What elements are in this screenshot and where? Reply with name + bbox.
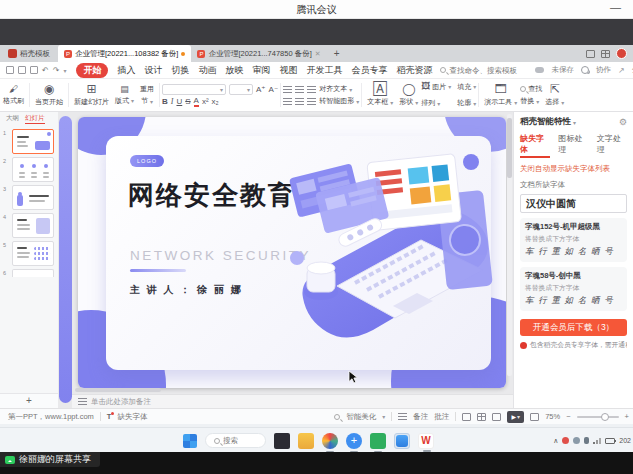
font-name-select[interactable]: ▾	[162, 84, 226, 95]
slide-thumbnail-5[interactable]: 5	[12, 241, 55, 266]
bullets-icon[interactable]	[283, 86, 292, 93]
panel-tab-icons[interactable]: 图标处理	[558, 133, 588, 158]
play-from-page-button[interactable]: ◉ 当页开始	[32, 79, 66, 111]
zoom-slider-knob[interactable]	[601, 413, 609, 421]
current-missing-font[interactable]: 汉仪中圆简	[520, 194, 627, 213]
slide-thumbnail-1[interactable]: 1	[12, 129, 55, 154]
reading-view-icon[interactable]	[492, 413, 501, 421]
beautify-button[interactable]: 智能美化	[346, 412, 376, 422]
font-size-select[interactable]: ▾	[229, 84, 253, 95]
tray-clock[interactable]: 202	[619, 437, 631, 444]
tray-expand-icon[interactable]: ∧	[553, 437, 558, 445]
battery-icon[interactable]	[605, 438, 615, 444]
microphone-icon[interactable]	[584, 437, 589, 444]
zoom-in-button[interactable]: +	[625, 412, 629, 421]
zoom-level[interactable]: 75%	[545, 412, 560, 421]
align-text-button[interactable]: 对齐文本▾	[319, 84, 352, 94]
numbering-icon[interactable]	[295, 86, 304, 93]
print-icon[interactable]	[30, 66, 38, 74]
fit-window-icon[interactable]	[530, 413, 539, 421]
normal-view-icon[interactable]	[462, 413, 471, 421]
grow-font-icon[interactable]: A⁺	[256, 85, 266, 94]
slide-thumbnail-4[interactable]: 4	[12, 213, 55, 238]
export-icon[interactable]	[18, 66, 26, 74]
undo-icon[interactable]: ↶	[42, 66, 49, 75]
subscript-button[interactable]: x₂	[212, 97, 219, 106]
align-right-icon[interactable]	[307, 98, 316, 105]
panel-tab-text[interactable]: 文字处理	[597, 133, 627, 158]
start-button[interactable]	[183, 434, 197, 448]
app-plus-icon[interactable]: +	[346, 433, 362, 449]
tab-docer-home[interactable]: 稻壳模板	[0, 45, 58, 62]
zoom-out-button[interactable]: −	[566, 412, 570, 421]
add-slide-button[interactable]: +	[0, 393, 58, 408]
menu-devtools[interactable]: 开发工具	[306, 64, 342, 77]
font-card[interactable]: 字魂152号-机甲超级黑 将替换成下方字体 车 行 重 如 名 晒 号	[520, 218, 627, 262]
wifi-icon[interactable]	[593, 438, 601, 444]
wps-icon[interactable]: W	[418, 433, 434, 449]
layout-button[interactable]: ▤ 版式▾	[112, 79, 137, 111]
qat-more-icon[interactable]: ▾	[63, 67, 66, 74]
present-tools-button[interactable]: 🗔 演示工具▾	[481, 79, 520, 111]
close-autoshow-link[interactable]: 关闭自动显示缺失字体列表	[520, 164, 627, 174]
shrink-font-icon[interactable]: A⁻	[269, 85, 279, 94]
menu-review[interactable]: 审阅	[252, 64, 270, 77]
note-button[interactable]: 备注	[413, 412, 428, 422]
section-button[interactable]: 节▾	[141, 96, 153, 106]
canvas-vscrollbar-thumb[interactable]	[507, 118, 512, 178]
align-left-icon[interactable]	[283, 98, 292, 105]
tray-app-icon[interactable]	[562, 437, 569, 444]
collaborate-button[interactable]: 协作	[596, 65, 611, 75]
missing-font-status[interactable]: 缺失字体	[117, 412, 147, 422]
task-view-icon[interactable]	[274, 433, 290, 449]
user-avatar[interactable]	[616, 48, 627, 59]
slide-title[interactable]: 网络安全教育	[128, 178, 296, 213]
menu-slideshow[interactable]: 放映	[225, 64, 243, 77]
slideshow-play-button[interactable]: ▶▾	[507, 411, 524, 423]
font-card[interactable]: 字魂58号-创中黑 将替换成下方字体 车 行 重 如 名 晒 号	[520, 267, 627, 311]
line-spacing-icon[interactable]	[307, 86, 316, 93]
command-search[interactable]	[440, 66, 535, 75]
menu-animation[interactable]: 动画	[198, 64, 216, 77]
redo-icon[interactable]: ↷	[53, 66, 60, 75]
to-smart-graphic-button[interactable]: 转智能图形▾	[319, 96, 359, 106]
tab-grid-icon[interactable]	[601, 50, 610, 58]
slide-presenter[interactable]: 主 讲 人 ： 徐 丽 娜	[130, 283, 243, 297]
close-tab-icon[interactable]: ✕	[315, 50, 321, 58]
strike-button[interactable]: S	[185, 97, 190, 106]
superscript-button[interactable]: x²	[202, 97, 209, 106]
format-painter-button[interactable]: 🖌 格式刷	[0, 79, 27, 111]
save-icon[interactable]	[6, 66, 14, 74]
slide-thumbnail-6[interactable]: 6	[12, 269, 55, 277]
menu-transition[interactable]: 切换	[171, 64, 189, 77]
slide-thumbnail-3[interactable]: 3	[12, 185, 55, 210]
panel-dropdown-icon[interactable]: ▾	[573, 119, 576, 126]
outline-button[interactable]: 轮廓▾	[457, 98, 476, 108]
align-center-icon[interactable]	[295, 98, 304, 105]
new-tab-button[interactable]: +	[327, 45, 347, 62]
notes-bar[interactable]: 单击此处添加备注	[72, 394, 513, 408]
slide-editor[interactable]: LOGO 网络安全教育 NETWORK SECURITY 主 讲 人 ： 徐 丽…	[78, 117, 506, 388]
browser-icon[interactable]	[322, 433, 338, 449]
menu-insert[interactable]: 插入	[117, 64, 135, 77]
minimize-button[interactable]: —	[610, 1, 621, 13]
panel-tab-missing-fonts[interactable]: 缺失字体	[520, 133, 550, 158]
canvas-hscrollbar[interactable]	[75, 388, 161, 392]
tray-app-icon[interactable]	[573, 437, 580, 444]
tab-slides[interactable]: 幻灯片	[25, 114, 45, 124]
download-after-member-button[interactable]: 开通会员后下载（3）	[520, 319, 627, 336]
sidebar-scrollbar[interactable]	[59, 116, 72, 403]
layout-mode-icon[interactable]	[586, 50, 595, 58]
file-explorer-icon[interactable]	[298, 433, 314, 449]
green-app-icon[interactable]	[370, 433, 386, 449]
font-color-button[interactable]: A	[194, 97, 199, 107]
zoom-slider[interactable]	[577, 416, 619, 418]
arrange-button[interactable]: 排列▾	[421, 98, 451, 108]
menu-docer-res[interactable]: 稻壳资源	[396, 64, 432, 77]
taskbar-search-input[interactable]	[223, 436, 257, 445]
textbox-button[interactable]: 🄰 文本框▾	[364, 79, 396, 111]
italic-button[interactable]: I	[171, 97, 174, 106]
shape-button[interactable]: ◯ 形状▾	[396, 79, 421, 111]
slide-sorter-icon[interactable]	[477, 413, 486, 421]
fill-button[interactable]: 填充▾	[457, 82, 476, 92]
